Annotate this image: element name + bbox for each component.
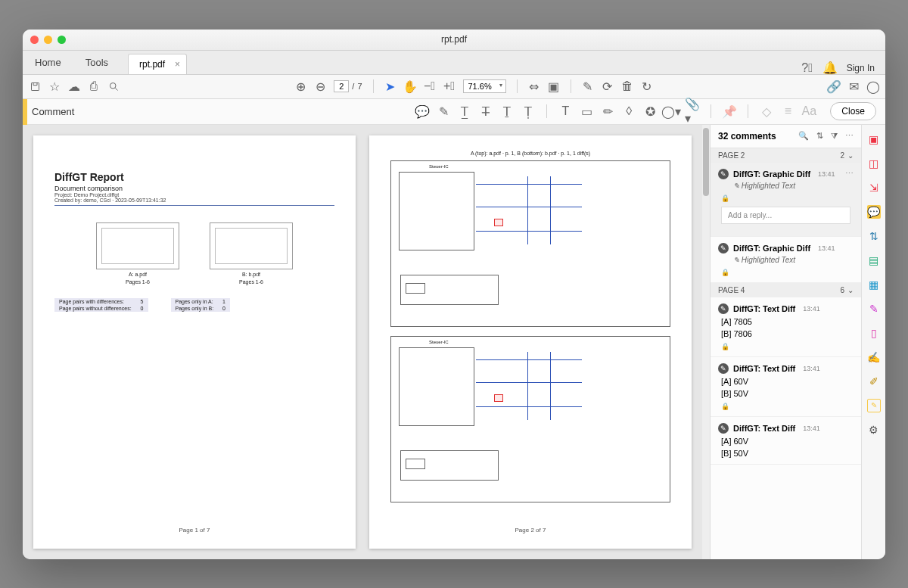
rail-comment-icon[interactable]: 💬 (867, 205, 881, 219)
save-icon[interactable] (29, 80, 41, 92)
rail-compress-icon[interactable]: ▤ (867, 254, 881, 267)
page-up-icon[interactable]: ⊕ (294, 80, 306, 92)
diff-marker[interactable] (494, 394, 503, 402)
eraser-icon[interactable]: ◊ (623, 105, 635, 117)
close-comment-button[interactable]: Close (830, 102, 876, 120)
cloud-icon[interactable]: ☁ (68, 80, 80, 92)
page1-footer: Page 1 of 7 (54, 527, 334, 534)
rail-create-icon[interactable]: ▣ (867, 132, 881, 146)
zoom-out-icon[interactable]: −⃝ (424, 80, 436, 92)
page-down-icon[interactable]: ⊖ (314, 80, 326, 92)
hand-icon[interactable]: ✋ (404, 80, 416, 92)
mail-icon[interactable]: ✉ (847, 80, 860, 92)
comments-panel: 32 comments 🔍 ⇅ ⧩ ⋯ PAGE 2 2 ⌄ ✎ DiffGT:… (710, 125, 861, 559)
shapes-icon[interactable]: ◯▾ (665, 105, 677, 117)
insert-text-icon[interactable]: T̩ (522, 105, 534, 117)
comment-item[interactable]: ✎ DiffGT: Text Diff 13:41 [A] 60V [B] 50… (711, 357, 861, 417)
search-comments-icon[interactable]: 🔍 (798, 131, 809, 141)
fit-page-icon[interactable]: ▣ (548, 80, 560, 92)
comment-menu-icon[interactable]: ⋯ (845, 169, 854, 179)
rail-tools-icon[interactable]: ⚙ (867, 423, 881, 437)
zoom-select[interactable]: 71.6% (463, 79, 506, 93)
note-icon[interactable]: 💬 (416, 105, 428, 117)
scrollbar[interactable] (702, 125, 710, 559)
text-underline-icon[interactable]: T̲ (459, 105, 471, 117)
textbox-icon[interactable]: T (559, 105, 571, 117)
help-icon[interactable]: ?⃝ (801, 62, 813, 74)
pencil-icon[interactable]: ✏ (602, 105, 614, 117)
attach2-icon[interactable]: 📎▾ (686, 105, 698, 117)
bell-icon[interactable]: 🔔 (824, 62, 836, 74)
attach-icon[interactable]: 🔗 (828, 80, 840, 92)
comment-label: Comment (32, 106, 74, 117)
color-icon[interactable]: ◇ (760, 105, 773, 117)
scroll-thumb[interactable] (703, 128, 709, 196)
stamp-icon[interactable]: ✪ (644, 105, 656, 117)
replace-text-icon[interactable]: Ṯ (501, 105, 513, 117)
lock-icon: 🔒 (721, 269, 854, 276)
rail-sign-icon[interactable]: ✎ (867, 302, 881, 316)
close-tab-icon[interactable]: × (175, 59, 180, 70)
rail-stamp-icon[interactable]: ✎ (867, 399, 881, 412)
zoom-in-icon[interactable]: +⃝ (443, 80, 456, 92)
diff-marker[interactable] (494, 219, 503, 226)
tab-label: rpt.pdf (139, 59, 165, 70)
star-icon[interactable]: ☆ (48, 80, 61, 92)
sort-comments-icon[interactable]: ⇅ (816, 131, 823, 141)
rail-protect-icon[interactable]: ▯ (867, 326, 881, 340)
highlight-glyph-icon: ✎ (718, 303, 729, 314)
nav-tools[interactable]: Tools (73, 51, 120, 74)
right-rail: ▣ ◫ ⇲ 💬 ⇅ ▤ ▦ ✎ ▯ ✍ ✐ ✎ ⚙ (861, 125, 885, 559)
lineweight-icon[interactable]: ≡ (782, 105, 794, 117)
page-view[interactable]: DiffGT Report Document comparison Projec… (23, 125, 702, 559)
titlebar: rpt.pdf (23, 30, 885, 51)
highlight-icon[interactable]: ✎ (437, 105, 449, 117)
pen-icon: ✎ (733, 256, 739, 264)
rail-export-icon[interactable]: ⇲ (867, 181, 881, 194)
page2-header[interactable]: PAGE 2 2 ⌄ (711, 148, 861, 163)
comment-item[interactable]: ✎ DiffGT: Graphic Diff 13:41 ⋯ ✎ Highlig… (711, 163, 861, 237)
print-icon[interactable]: ⎙ (88, 80, 100, 92)
rail-fill-icon[interactable]: ✍ (867, 350, 881, 364)
comment-item[interactable]: ✎ DiffGT: Text Diff 13:41 [A] 7805 [B] 7… (711, 297, 861, 357)
highlight-glyph-icon: ✎ (718, 423, 729, 434)
rail-edit-icon[interactable]: ◫ (867, 157, 881, 170)
font-icon[interactable]: Aa (803, 105, 815, 117)
page4-header[interactable]: PAGE 4 6 ⌄ (711, 283, 861, 297)
rotate-icon[interactable]: ⟳ (602, 80, 614, 92)
callout-icon[interactable]: ▭ (580, 105, 592, 117)
page-1: DiffGT Report Document comparison Projec… (33, 135, 356, 549)
pointer-icon[interactable]: ➤ (384, 80, 396, 92)
redo-icon[interactable]: ↻ (641, 80, 653, 92)
more-comments-icon[interactable]: ⋯ (845, 131, 854, 141)
strike-icon[interactable]: T̶ (480, 105, 492, 117)
stats-tables: Page pairs with differences:5 Page pairs… (54, 298, 334, 312)
pin-icon[interactable]: 📌 (723, 105, 735, 117)
thumb-a: A: a.pdf Pages 1-6 (96, 222, 179, 285)
rail-more-icon[interactable]: ✐ (867, 375, 881, 388)
account-icon[interactable]: ◯ (867, 80, 879, 92)
current-page-input[interactable] (334, 80, 349, 92)
search-icon[interactable] (107, 80, 120, 92)
signin-button[interactable]: Sign In (847, 63, 875, 73)
diagram-bottom: Steuer-IC (390, 336, 670, 502)
comment-item[interactable]: ✎ DiffGT: Text Diff 13:41 [A] 60V [B] 50… (711, 417, 861, 465)
lock-icon: 🔒 (721, 343, 854, 350)
fit-width-icon[interactable]: ⇔ (528, 80, 540, 92)
window-title: rpt.pdf (23, 34, 885, 45)
nav-home[interactable]: Home (23, 51, 73, 74)
report-subtitle: Document comparison (54, 185, 334, 192)
comment-item[interactable]: ✎ DiffGT: Graphic Diff 13:41 ✎ Highlight… (711, 237, 861, 283)
filter-comments-icon[interactable]: ⧩ (831, 131, 838, 141)
rail-redact-icon[interactable]: ▦ (867, 278, 881, 291)
page-indicator: / 7 (334, 80, 362, 92)
total-pages: 7 (357, 82, 362, 91)
page-2: A (top): a.pdf · p. 1, B (bottom): b.pdf… (369, 135, 692, 549)
highlight2-icon[interactable]: ✎ (582, 80, 594, 92)
highlight-glyph-icon: ✎ (718, 169, 729, 179)
trash-icon[interactable]: 🗑 (621, 80, 633, 92)
reply-input[interactable]: Add a reply... (721, 207, 850, 224)
page2-footer: Page 2 of 7 (390, 527, 670, 534)
rail-organize-icon[interactable]: ⇅ (867, 229, 881, 243)
document-tab[interactable]: rpt.pdf × (128, 54, 187, 74)
